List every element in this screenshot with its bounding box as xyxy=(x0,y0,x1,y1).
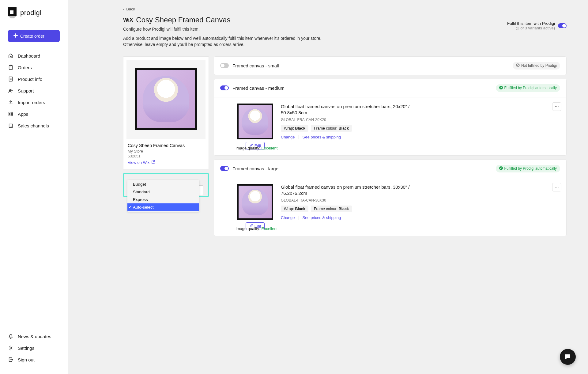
back-button[interactable]: ‹ Back xyxy=(123,7,567,11)
logo: prodigi xyxy=(0,7,68,25)
external-link-icon xyxy=(151,160,155,165)
chat-icon xyxy=(564,353,571,361)
fulfil-sub: (2 of 3 variants active) xyxy=(507,26,555,30)
home-icon xyxy=(8,53,13,59)
logo-text: prodigi xyxy=(20,9,42,17)
shipping-option-auto-select[interactable]: Auto-select xyxy=(127,203,199,211)
chip-frame: Frame colour: Black xyxy=(311,125,352,132)
variant-large-thumb: Edit xyxy=(236,184,275,223)
variant-medium-more-button[interactable]: ⋯ xyxy=(552,102,561,111)
product-name: Cosy Sheep Framed Canvas xyxy=(128,143,204,148)
tag-icon xyxy=(8,76,13,82)
sheep-art xyxy=(242,108,268,134)
nav-import-orders[interactable]: Import orders xyxy=(0,96,68,108)
change-link[interactable]: Change xyxy=(281,135,295,139)
variant-large-name: Framed canvas - large xyxy=(232,166,278,171)
title-block: WiX Cosy Sheep Framed Canvas Configure h… xyxy=(123,16,321,48)
shipping-dropdown[interactable]: Budget Standard Express Auto-select xyxy=(127,180,199,212)
nav-orders[interactable]: Orders xyxy=(0,62,68,73)
prices-link[interactable]: See prices & shipping xyxy=(303,135,341,139)
right-column: Framed canvas - small Not fulfilled by P… xyxy=(214,56,567,236)
block-icon xyxy=(516,63,520,68)
nav-support[interactable]: Support xyxy=(0,85,68,96)
fulfil-label: Fulfil this item with Prodigi xyxy=(507,21,555,26)
nav-settings[interactable]: Settings xyxy=(0,342,68,354)
check-circle-icon xyxy=(499,166,503,171)
nav-sign-out[interactable]: Sign out xyxy=(0,354,68,365)
nav-label: Sales channels xyxy=(18,123,49,128)
change-link[interactable]: Change xyxy=(281,215,295,220)
chip-wrap: Wrap: Black xyxy=(281,125,308,132)
fulfil-toggle-block: Fulfil this item with Prodigi (2 of 3 va… xyxy=(507,21,567,30)
shipping-option-budget[interactable]: Budget xyxy=(127,180,199,188)
upload-icon xyxy=(8,100,13,105)
logo-mark-icon xyxy=(8,7,17,18)
sheep-art xyxy=(143,76,189,122)
product-id: 632651 xyxy=(128,154,204,158)
chevron-left-icon: ‹ xyxy=(123,7,124,11)
svg-point-7 xyxy=(11,90,13,91)
nav-apps[interactable]: Apps xyxy=(0,108,68,120)
nav-dashboard[interactable]: Dashboard xyxy=(0,50,68,62)
building-icon xyxy=(8,123,13,128)
nav-label: Import orders xyxy=(18,100,45,105)
variant-large-sku: GLOBAL-FRA-CAN-30X30 xyxy=(281,198,413,202)
variant-large-toggle[interactable] xyxy=(220,166,229,171)
fulfil-toggle[interactable] xyxy=(558,23,567,28)
variant-medium-title: Global float framed canvas on premium st… xyxy=(281,104,413,116)
product-store: My Store xyxy=(128,149,204,153)
sheep-art xyxy=(242,189,268,215)
variant-small-toggle[interactable] xyxy=(220,63,229,68)
variant-large-more-button[interactable]: ⋯ xyxy=(552,183,561,191)
svg-rect-8 xyxy=(9,112,10,114)
view-on-label: View on Wix xyxy=(128,160,149,165)
svg-point-6 xyxy=(9,89,11,91)
prices-link[interactable]: See prices & shipping xyxy=(303,215,341,220)
shipping-option-express[interactable]: Express xyxy=(127,196,199,203)
check-circle-icon xyxy=(499,86,503,90)
canvas-frame-icon xyxy=(237,104,273,140)
nav-label: Apps xyxy=(18,111,28,117)
nav-label: Dashboard xyxy=(18,53,40,59)
canvas-frame-icon xyxy=(237,184,273,220)
badge-label: Fulfilled by Prodigi automatically xyxy=(504,166,557,171)
content: Cosy Sheep Framed Canvas My Store 632651… xyxy=(123,56,567,236)
variant-small: Framed canvas - small Not fulfilled by P… xyxy=(214,56,567,75)
nav-primary: Dashboard Orders Product info Support Im… xyxy=(0,49,68,133)
svg-rect-11 xyxy=(11,115,13,116)
nav-product-info[interactable]: Product info xyxy=(0,73,68,85)
nav-label: Sign out xyxy=(18,357,35,362)
create-order-button[interactable]: Create order xyxy=(8,30,60,42)
nav-label: Settings xyxy=(18,346,34,351)
subtitle: Configure how Prodigi will fulfil this i… xyxy=(123,27,321,32)
variant-medium-name: Framed canvas - medium xyxy=(232,85,285,91)
svg-point-13 xyxy=(10,347,11,349)
variant-large: Framed canvas - large Fulfilled by Prodi… xyxy=(214,159,567,236)
shipping-card: Shipping Budget Standard Express Auto-se… xyxy=(123,173,209,197)
nav-secondary: News & updates Settings Sign out xyxy=(0,329,68,367)
svg-rect-12 xyxy=(9,124,13,128)
view-on-wix-link[interactable]: View on Wix xyxy=(128,160,204,165)
clipboard-icon xyxy=(8,65,13,70)
chat-button[interactable] xyxy=(560,349,576,365)
badge-auto-fulfilled: Fulfilled by Prodigi automatically xyxy=(496,165,560,172)
description-line-1: Add a product and image below and we'll … xyxy=(123,35,321,41)
product-card: Cosy Sheep Framed Canvas My Store 632651… xyxy=(123,56,209,169)
variant-medium: Framed canvas - medium Fulfilled by Prod… xyxy=(214,79,567,156)
plus-icon xyxy=(13,33,18,39)
page-title: Cosy Sheep Framed Canvas xyxy=(136,16,230,24)
variant-medium-sku: GLOBAL-FRA-CAN-20X20 xyxy=(281,118,413,122)
back-label: Back xyxy=(126,7,135,11)
nav-label: Support xyxy=(18,88,34,93)
nav-news[interactable]: News & updates xyxy=(0,331,68,342)
nav-label: Product info xyxy=(18,77,42,82)
badge-auto-fulfilled: Fulfilled by Prodigi automatically xyxy=(496,84,560,92)
separator xyxy=(299,135,299,139)
image-quality: Image quality: Excellent xyxy=(236,226,413,231)
nav-sales-channels[interactable]: Sales channels xyxy=(0,120,68,131)
gear-icon xyxy=(8,345,13,351)
shipping-option-standard[interactable]: Standard xyxy=(127,188,199,196)
variant-medium-toggle[interactable] xyxy=(220,85,229,90)
canvas-frame-icon xyxy=(135,68,197,130)
product-image xyxy=(126,60,205,139)
